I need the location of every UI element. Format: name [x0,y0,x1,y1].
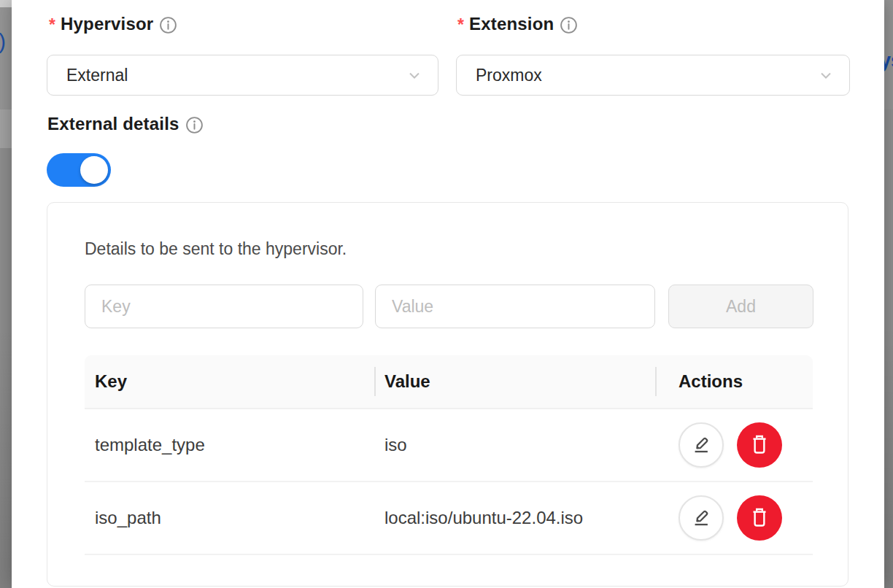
edit-button[interactable] [679,495,724,541]
extension-label-text: Extension [469,14,554,34]
extension-select[interactable]: Proxmox [456,55,850,96]
extension-label: * Extension [457,12,578,36]
table-row: iso_path local:iso/ubuntu-22.04.iso [85,482,813,555]
background-text-fragment-left: ) [0,29,6,54]
details-table: Key Value Actions template_type iso [85,355,813,555]
extension-select-value: Proxmox [476,66,817,85]
modal-dialog: * Hypervisor External * Extension [12,0,884,588]
table-row: template_type iso [85,409,813,482]
row-actions-cell [655,409,813,481]
row-key-cell: iso_path [85,482,374,554]
value-input[interactable] [375,285,655,328]
background-overlay-left: ) [0,0,12,588]
info-icon[interactable] [560,16,578,34]
hypervisor-select-value: External [66,66,406,85]
required-asterisk: * [457,12,464,37]
pencil-icon [691,434,711,457]
external-details-panel: Details to be sent to the hypervisor. Ad… [47,202,848,587]
external-details-label-text: External details [47,114,179,134]
hypervisor-label-text: Hypervisor [61,14,153,34]
table-header-value: Value [374,355,655,408]
row-value-cell: iso [374,409,655,481]
trash-icon [749,433,770,457]
panel-description: Details to be sent to the hypervisor. [85,236,347,261]
edit-button[interactable] [679,422,724,468]
info-icon[interactable] [159,16,177,34]
add-button[interactable]: Add [668,285,813,328]
row-value-cell: local:iso/ubuntu-22.04.iso [374,482,655,554]
row-actions-cell [655,482,813,554]
external-details-label: External details [47,112,204,136]
external-details-toggle[interactable] [47,153,111,187]
info-icon[interactable] [185,116,204,134]
table-header-actions: Actions [655,355,813,408]
trash-icon [749,506,770,530]
toggle-knob [80,156,108,184]
row-key-cell: template_type [85,409,374,481]
table-header-row: Key Value Actions [85,355,813,409]
delete-button[interactable] [737,495,782,541]
chevron-down-icon [817,66,835,84]
table-header-key: Key [85,355,374,408]
chevron-down-icon [406,66,423,84]
required-asterisk: * [49,12,55,37]
hypervisor-select[interactable]: External [47,55,438,96]
background-overlay-right: ys [884,0,893,588]
screen: ) * Hypervisor External [0,0,893,588]
key-input[interactable] [85,285,363,328]
hypervisor-label: * Hypervisor [49,12,177,36]
delete-button[interactable] [737,422,782,468]
background-text-fragment-right: ys [884,50,893,72]
pencil-icon [691,507,711,530]
